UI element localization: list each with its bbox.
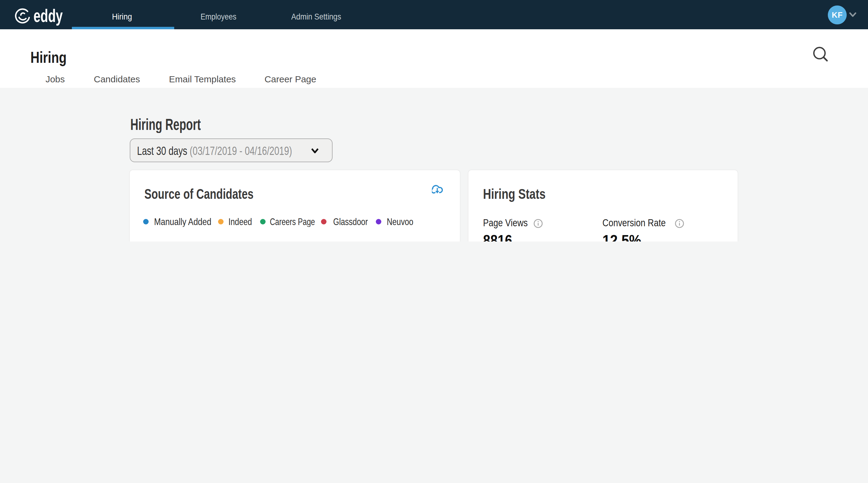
svg-text:eddy: eddy — [33, 5, 63, 26]
